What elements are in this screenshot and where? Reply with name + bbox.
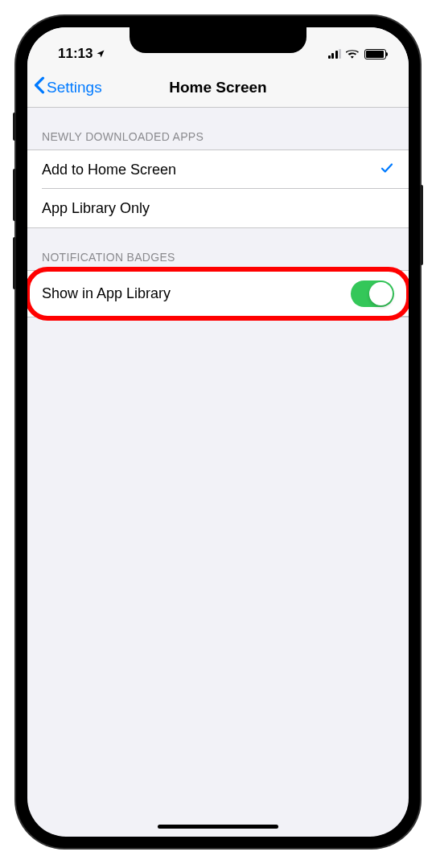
toggle-knob (369, 282, 393, 305)
status-time: 11:13 (58, 46, 105, 62)
toggle-label: Show in App Library (42, 285, 171, 302)
newly-downloaded-group: Add to Home Screen App Library Only (27, 149, 409, 228)
back-label: Settings (47, 79, 102, 96)
phone-frame: 11:13 (16, 16, 420, 848)
time-label: 11:13 (58, 46, 93, 62)
volume-down-button (13, 237, 16, 289)
back-button[interactable]: Settings (34, 75, 102, 100)
page-title: Home Screen (169, 79, 266, 96)
battery-icon (364, 49, 386, 59)
home-indicator[interactable] (158, 825, 278, 829)
toggle-switch[interactable] (351, 280, 394, 307)
navigation-bar: Settings Home Screen (27, 68, 409, 108)
wifi-icon (346, 49, 360, 59)
notification-badges-group: Show in App Library (27, 270, 409, 317)
section-header-notification-badges: NOTIFICATION BADGES (27, 228, 409, 270)
option-label: Add to Home Screen (42, 162, 176, 178)
notch (130, 27, 306, 53)
checkmark-icon (380, 161, 394, 179)
option-app-library-only[interactable]: App Library Only (27, 189, 409, 227)
chevron-left-icon (34, 75, 45, 100)
toggle-show-in-app-library[interactable]: Show in App Library (27, 271, 409, 317)
status-icons (328, 49, 387, 59)
cellular-signal-icon (328, 49, 342, 59)
screen: 11:13 (27, 27, 409, 837)
option-add-to-home-screen[interactable]: Add to Home Screen (27, 150, 409, 189)
silent-switch (13, 113, 16, 141)
option-label: App Library Only (42, 200, 150, 217)
section-header-newly-downloaded: NEWLY DOWNLOADED APPS (27, 108, 409, 149)
content-area: NEWLY DOWNLOADED APPS Add to Home Screen… (27, 108, 409, 317)
power-button (420, 185, 423, 265)
volume-up-button (13, 169, 16, 221)
location-services-icon (96, 49, 105, 59)
